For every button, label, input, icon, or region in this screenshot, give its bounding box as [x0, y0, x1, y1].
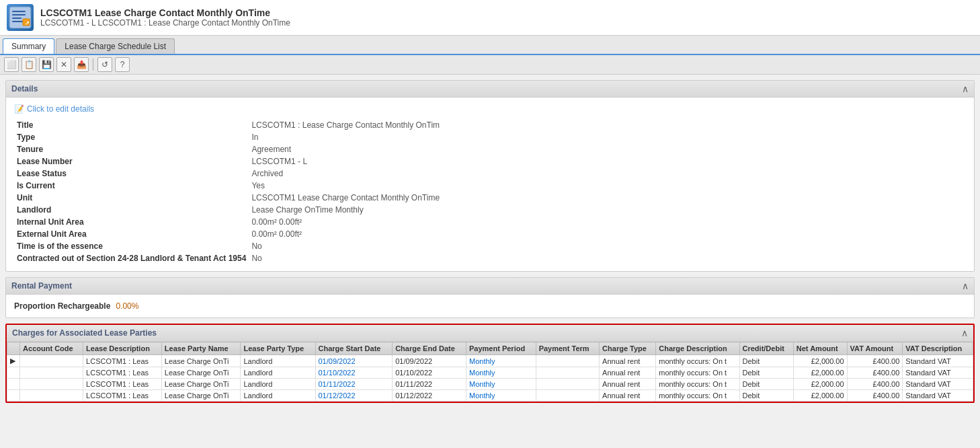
toolbar-separator: [93, 59, 93, 71]
detail-row-contracted-out: Contracted out of Section 24-28 Landlord…: [14, 252, 966, 264]
col-lease-description: Lease Description: [83, 342, 162, 355]
col-net-amount: Net Amount: [793, 342, 847, 355]
details-section-body: 📝 Click to edit details Title LCSCOTM1 :…: [6, 98, 974, 271]
detail-value-lease-number: LCSCOTM1 - L: [249, 155, 966, 167]
col-arrow: [7, 342, 20, 355]
table-row[interactable]: ▶LCSCOTM1 : LeasLease Charge OnTiLandlor…: [7, 355, 973, 367]
row-lease-description: LCSCOTM1 : Leas: [83, 390, 162, 402]
row-net-amount: £2,000.00: [793, 355, 847, 367]
col-vat-amount: VAT Amount: [847, 342, 903, 355]
col-credit-debit: Credit/Debit: [739, 342, 793, 355]
row-vat-amount: £400.00: [847, 367, 903, 379]
detail-row-tenure: Tenure Agreement: [14, 143, 966, 155]
row-vat-description: Standard VAT: [903, 390, 973, 402]
row-charge-type: Annual rent: [600, 367, 656, 379]
row-charge-start-date: 01/10/2022: [315, 367, 393, 379]
toolbar: ⬜ 📋 💾 ✕ 📤 ↺ ?: [0, 55, 980, 75]
detail-row-lease-status: Lease Status Archived: [14, 167, 966, 180]
row-net-amount: £2,000.00: [793, 379, 847, 390]
row-charge-start-date: 01/12/2022: [315, 390, 393, 402]
row-vat-amount: £400.00: [847, 379, 903, 390]
row-arrow: [7, 390, 20, 402]
svg-text:↗: ↗: [25, 20, 30, 26]
col-lease-party-type: Lease Party Type: [241, 342, 315, 355]
row-arrow: [7, 379, 20, 390]
row-lease-party-type: Landlord: [241, 379, 315, 390]
svg-rect-1: [12, 11, 26, 12]
row-charge-type: Annual rent: [600, 379, 656, 390]
charges-section-title: Charges for Associated Lease Parties: [12, 328, 157, 338]
toolbar-cancel-button[interactable]: ✕: [56, 57, 71, 72]
edit-details-link[interactable]: 📝 Click to edit details: [14, 104, 94, 114]
row-lease-party-type: Landlord: [241, 355, 315, 367]
detail-value-tenure: Agreement: [249, 143, 966, 155]
toolbar-refresh-button[interactable]: ↺: [97, 57, 112, 72]
row-credit-debit: Debit: [739, 367, 793, 379]
col-charge-type: Charge Type: [600, 342, 656, 355]
toolbar-copy-button[interactable]: 📋: [22, 57, 36, 72]
row-arrow: [7, 367, 20, 379]
svg-rect-4: [12, 21, 23, 22]
rental-payment-header: Rental Payment ∧: [6, 278, 974, 295]
col-payment-period: Payment Period: [466, 342, 536, 355]
row-lease-party-name: Lease Charge OnTi: [161, 367, 241, 379]
row-charge-description: monthly occurs: On t: [656, 379, 739, 390]
tab-summary[interactable]: Summary: [3, 38, 54, 54]
row-charge-end-date: 01/10/2022: [393, 367, 466, 379]
detail-label-unit: Unit: [14, 192, 249, 204]
charges-collapse-button[interactable]: ∧: [961, 328, 968, 338]
app-title-sub: LCSCOTM1 - L LCSCOTM1 : Lease Charge Con…: [40, 18, 290, 28]
detail-row-title: Title LCSCOTM1 : Lease Charge Contact Mo…: [14, 119, 966, 131]
app-title-block: LCSCOTM1 Lease Charge Contact Monthly On…: [40, 7, 290, 28]
detail-value-landlord: Lease Charge OnTime Monthly: [249, 204, 966, 216]
table-row[interactable]: LCSCOTM1 : LeasLease Charge OnTiLandlord…: [7, 367, 973, 379]
row-charge-end-date: 01/12/2022: [393, 390, 466, 402]
row-payment-period: Monthly: [466, 367, 536, 379]
row-account-code: [20, 390, 83, 402]
row-charge-type: Annual rent: [600, 355, 656, 367]
row-payment-period: Monthly: [466, 379, 536, 390]
row-charge-start-date: 01/09/2022: [315, 355, 393, 367]
toolbar-help-button[interactable]: ?: [115, 57, 130, 72]
row-lease-party-name: Lease Charge OnTi: [161, 355, 241, 367]
table-row[interactable]: LCSCOTM1 : LeasLease Charge OnTiLandlord…: [7, 390, 973, 402]
proportion-row: Proportion Rechargeable 0.00%: [14, 301, 966, 311]
row-account-code: [20, 355, 83, 367]
detail-row-external-unit-area: External Unit Area 0.00m² 0.00ft²: [14, 228, 966, 240]
details-section: Details ∧ 📝 Click to edit details Title …: [5, 80, 975, 272]
proportion-value: 0.00%: [116, 301, 138, 311]
row-lease-party-name: Lease Charge OnTi: [161, 390, 241, 402]
detail-value-title: LCSCOTM1 : Lease Charge Contact Monthly …: [249, 119, 966, 131]
toolbar-export-button[interactable]: 📤: [74, 57, 89, 72]
edit-icon: 📝: [14, 104, 24, 114]
tab-lease-charge-schedule-list[interactable]: Lease Charge Schedule List: [56, 38, 175, 54]
detail-label-external-unit-area: External Unit Area: [14, 228, 249, 240]
detail-label-contracted-out: Contracted out of Section 24-28 Landlord…: [14, 252, 249, 264]
row-vat-description: Standard VAT: [903, 379, 973, 390]
app-title-main: LCSCOTM1 Lease Charge Contact Monthly On…: [40, 7, 290, 18]
col-account-code: Account Code: [20, 342, 83, 355]
row-payment-period: Monthly: [466, 355, 536, 367]
details-collapse-button[interactable]: ∧: [962, 83, 969, 94]
row-credit-debit: Debit: [739, 355, 793, 367]
detail-row-lease-number: Lease Number LCSCOTM1 - L: [14, 155, 966, 167]
table-row[interactable]: LCSCOTM1 : LeasLease Charge OnTiLandlord…: [7, 379, 973, 390]
rental-collapse-button[interactable]: ∧: [962, 281, 969, 291]
rental-payment-title: Rental Payment: [11, 281, 72, 291]
toolbar-save-button[interactable]: 💾: [39, 57, 54, 72]
detail-value-time-essence: No: [249, 240, 966, 252]
detail-row-is-current: Is Current Yes: [14, 180, 966, 192]
charges-header: Charges for Associated Lease Parties ∧: [7, 325, 973, 342]
toolbar-new-button[interactable]: ⬜: [4, 57, 19, 72]
col-vat-description: VAT Description: [903, 342, 973, 355]
row-credit-debit: Debit: [739, 390, 793, 402]
row-lease-description: LCSCOTM1 : Leas: [83, 355, 162, 367]
detail-row-unit: Unit LCSCOTM1 Lease Charge Contact Month…: [14, 192, 966, 204]
detail-value-type[interactable]: In: [249, 131, 966, 143]
detail-value-is-current: Yes: [249, 180, 966, 192]
charges-table-wrap: Account Code Lease Description Lease Par…: [7, 342, 973, 402]
row-charge-description: monthly occurs: On t: [656, 355, 739, 367]
col-charge-end-date: Charge End Date: [393, 342, 466, 355]
row-lease-description: LCSCOTM1 : Leas: [83, 367, 162, 379]
detail-label-lease-number: Lease Number: [14, 155, 249, 167]
